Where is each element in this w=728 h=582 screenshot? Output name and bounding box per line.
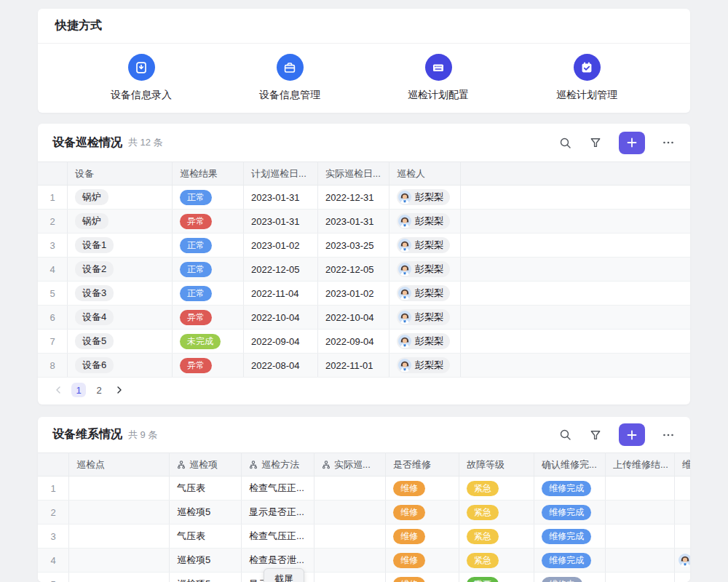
shortcut-plan-config[interactable]: 巡检计划配置 (408, 54, 469, 102)
item-cell[interactable]: 气压表 (170, 525, 242, 548)
actual-date-cell[interactable]: 2023-01-31 (318, 210, 389, 233)
actual-date-cell[interactable]: 2022-12-05 (318, 258, 389, 281)
level-badge[interactable]: 紧急 (467, 505, 499, 520)
status-badge[interactable]: 正常 (180, 286, 212, 301)
col-actual-date[interactable]: 实际巡检日... (318, 162, 389, 185)
col-point[interactable]: 巡检点 (69, 453, 170, 476)
repair-badge[interactable]: 维修 (393, 553, 425, 568)
inspector-tag[interactable]: 彭梨梨 (397, 357, 450, 373)
page-button-1[interactable]: 1 (71, 383, 86, 397)
col-method[interactable]: 巡检方法 (242, 453, 314, 476)
shortcut-device-entry[interactable]: 设备信息录入 (111, 54, 172, 102)
search-icon[interactable] (558, 135, 572, 150)
level-badge[interactable]: 紧急 (467, 481, 499, 496)
repair-badge[interactable]: 维修 (393, 529, 425, 544)
actual-cell[interactable] (314, 525, 386, 548)
col-clipped[interactable]: 维 (675, 453, 690, 476)
add-record-button[interactable] (619, 132, 645, 154)
actual-date-cell[interactable]: 2023-01-02 (318, 282, 389, 305)
col-actual[interactable]: 实际巡... (314, 453, 386, 476)
actual-cell[interactable] (314, 477, 386, 500)
more-icon[interactable] (661, 135, 676, 150)
confirm-badge[interactable]: 维修中 (542, 577, 582, 582)
actual-cell[interactable] (314, 549, 386, 572)
item-cell[interactable]: 巡检项5 (170, 501, 242, 524)
device-tag[interactable]: 设备2 (75, 261, 114, 277)
col-device[interactable]: 设备 (68, 162, 173, 185)
inspector-tag[interactable]: 彭梨梨 (397, 309, 450, 325)
search-icon[interactable] (558, 428, 572, 442)
planned-date-cell[interactable]: 2023-01-31 (244, 186, 318, 209)
inspector-tag[interactable]: 彭梨梨 (397, 285, 450, 301)
point-cell[interactable] (69, 501, 170, 524)
device-tag[interactable]: 设备4 (75, 309, 114, 325)
col-confirm[interactable]: 确认维修完... (534, 453, 606, 476)
shortcut-plan-manage[interactable]: 巡检计划管理 (556, 54, 617, 102)
col-item[interactable]: 巡检项 (170, 453, 242, 476)
more-icon[interactable] (661, 428, 676, 442)
actual-date-cell[interactable]: 2022-12-31 (318, 186, 389, 209)
confirm-badge[interactable]: 维修完成 (542, 505, 591, 520)
inspector-tag[interactable]: 彭梨梨 (397, 333, 450, 349)
col-planned-date[interactable]: 计划巡检日... (244, 162, 318, 185)
confirm-badge[interactable]: 维修完成 (542, 481, 591, 496)
repair-badge[interactable]: 维修 (393, 505, 425, 520)
col-level[interactable]: 故障等级 (459, 453, 534, 476)
upload-cell[interactable] (606, 525, 675, 548)
item-cell[interactable]: 巡检项5 (170, 549, 242, 572)
planned-date-cell[interactable]: 2022-09-04 (244, 330, 318, 353)
planned-date-cell[interactable]: 2022-11-04 (244, 282, 318, 305)
confirm-badge[interactable]: 维修完成 (542, 529, 591, 544)
col-result[interactable]: 巡检结果 (173, 162, 244, 185)
planned-date-cell[interactable]: 2022-12-05 (244, 258, 318, 281)
item-cell[interactable]: 气压表 (170, 477, 242, 500)
planned-date-cell[interactable]: 2023-01-02 (244, 234, 318, 257)
device-tag[interactable]: 设备6 (75, 357, 114, 373)
level-badge[interactable]: 重要 (467, 577, 499, 582)
upload-cell[interactable] (606, 549, 675, 572)
method-cell[interactable]: 检查气压正... (242, 477, 314, 500)
filter-icon[interactable] (588, 135, 603, 150)
status-badge[interactable]: 异常 (180, 214, 212, 229)
actual-cell[interactable] (314, 573, 386, 582)
shortcut-device-manage[interactable]: 设备信息管理 (259, 54, 320, 102)
upload-cell[interactable] (606, 501, 675, 524)
page-button-2[interactable]: 2 (92, 383, 106, 397)
level-badge[interactable]: 紧急 (467, 553, 499, 568)
col-repair[interactable]: 是否维修 (386, 453, 459, 476)
status-badge[interactable]: 正常 (180, 190, 212, 205)
device-tag[interactable]: 锅炉 (75, 189, 108, 205)
inspector-tag[interactable]: 彭梨梨 (397, 213, 450, 229)
planned-date-cell[interactable]: 2023-01-31 (244, 210, 318, 233)
method-cell[interactable]: 检查气压正... (242, 525, 314, 548)
next-page-icon[interactable] (112, 383, 127, 397)
method-cell[interactable]: 显示是否正... (242, 501, 314, 524)
filter-icon[interactable] (588, 428, 603, 442)
planned-date-cell[interactable]: 2022-08-04 (244, 354, 318, 377)
col-upload[interactable]: 上传维修结... (606, 453, 675, 476)
actual-date-cell[interactable]: 2023-03-25 (318, 234, 389, 257)
status-badge[interactable]: 异常 (180, 310, 212, 325)
device-tag[interactable]: 设备3 (75, 285, 114, 301)
planned-date-cell[interactable]: 2022-10-04 (244, 306, 318, 329)
status-badge[interactable]: 正常 (180, 262, 212, 277)
point-cell[interactable] (69, 525, 170, 548)
add-record-button[interactable] (619, 423, 645, 446)
actual-date-cell[interactable]: 2022-09-04 (318, 330, 389, 353)
col-inspector[interactable]: 巡检人 (389, 162, 461, 185)
actual-cell[interactable] (314, 501, 386, 524)
inspector-tag[interactable]: 彭梨梨 (397, 189, 450, 205)
confirm-badge[interactable]: 维修完成 (542, 553, 591, 568)
actual-date-cell[interactable]: 2022-11-01 (318, 354, 389, 377)
actual-date-cell[interactable]: 2022-10-04 (318, 306, 389, 329)
item-cell[interactable]: 巡检项5 (170, 573, 242, 582)
point-cell[interactable] (69, 573, 170, 582)
device-tag[interactable]: 锅炉 (75, 213, 108, 229)
inspector-tag[interactable]: 彭梨梨 (397, 237, 450, 253)
inspector-tag[interactable]: 彭梨梨 (397, 261, 450, 277)
upload-cell[interactable] (606, 477, 675, 500)
device-tag[interactable]: 设备5 (75, 333, 114, 349)
repair-badge[interactable]: 维修 (393, 577, 425, 582)
point-cell[interactable] (69, 477, 170, 500)
level-badge[interactable]: 紧急 (467, 529, 499, 544)
